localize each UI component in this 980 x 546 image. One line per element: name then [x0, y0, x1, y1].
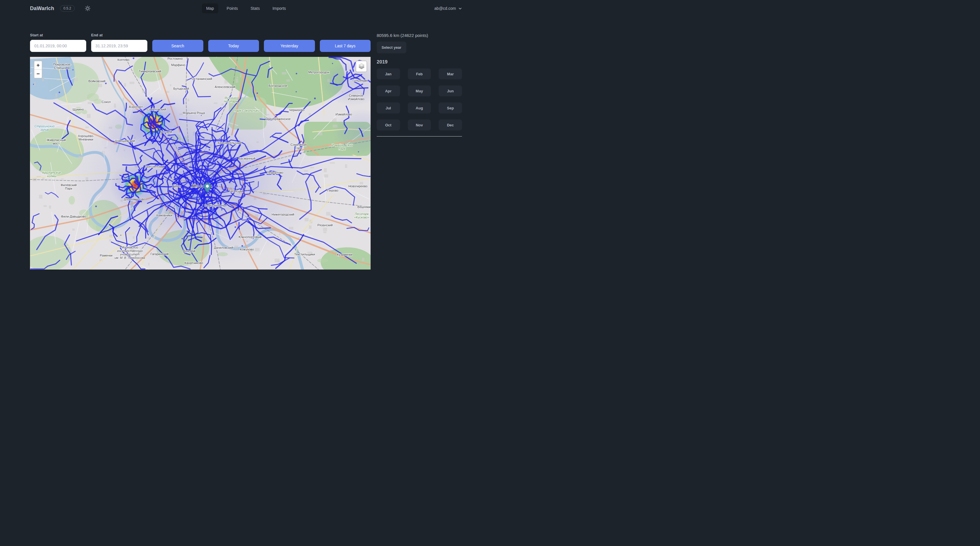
map-label: Щукино — [72, 108, 84, 111]
month-button-jun[interactable]: Jun — [439, 85, 462, 96]
month-button-nov[interactable]: Nov — [408, 120, 431, 131]
map-label: Измайлово — [336, 113, 352, 116]
map-label: Лесопарк«Кусково» — [354, 212, 369, 219]
map-label: Вешняки — [357, 205, 370, 209]
map-label: Останкинский — [192, 77, 212, 80]
sun-icon — [84, 5, 91, 11]
zoom-in-button[interactable]: + — [34, 61, 42, 70]
start-at-input[interactable] — [30, 40, 86, 52]
map-svg: КоптевоПокровское-СтрешневоТимирязевский… — [30, 57, 371, 270]
map-label: Богородское — [269, 84, 287, 88]
map-label: Преображенское — [265, 117, 290, 121]
map-label: Аэропорт — [129, 105, 143, 109]
tab-map[interactable]: Map — [202, 3, 218, 13]
yesterday-button[interactable]: Yesterday — [264, 40, 315, 52]
map-marker[interactable] — [204, 183, 211, 193]
map-label: Марфино — [171, 63, 185, 67]
month-button-apr[interactable]: Apr — [377, 85, 400, 96]
month-button-jan[interactable]: Jan — [377, 69, 400, 79]
map-label: Хамовники — [156, 214, 172, 217]
map-label: Рязанский — [318, 224, 333, 227]
map-label: Новогиреево — [348, 184, 368, 188]
version-badge: 0.5.2 — [60, 5, 75, 11]
map-label: Алексеевский — [215, 85, 235, 89]
map-zoom-control: + − — [34, 61, 42, 78]
map-layers-button[interactable] — [356, 61, 367, 72]
tab-points[interactable]: Points — [222, 3, 242, 13]
map-label: Беговой — [160, 130, 172, 134]
map-label: Бутырский — [173, 87, 189, 90]
map-label: Даниловский — [214, 246, 233, 249]
months-grid: Jan Feb Mar Apr May Jun Jul Aug Sep Oct … — [377, 69, 462, 131]
map-label: Метрогородок — [308, 70, 329, 74]
map-label: Войковский — [89, 79, 105, 83]
month-button-dec[interactable]: Dec — [439, 120, 462, 131]
year-heading: 2019 — [377, 59, 462, 65]
chevron-down-icon — [458, 6, 462, 10]
layers-icon — [358, 62, 366, 70]
map-label: Гагаринский — [151, 252, 169, 256]
search-button[interactable]: Search — [152, 40, 203, 52]
month-button-oct[interactable]: Oct — [377, 120, 400, 131]
month-button-sep[interactable]: Sep — [439, 102, 462, 113]
map-label: Яузскийлесопарк — [223, 96, 237, 103]
map-label: Черкизово — [289, 108, 304, 112]
map-label: Перово — [327, 189, 338, 192]
map-label: Текстильщики — [294, 252, 315, 256]
map-label: парк Сокольники — [234, 109, 259, 112]
month-button-feb[interactable]: Feb — [408, 69, 431, 79]
map-label: Покровское-Стрешнево — [53, 62, 71, 70]
tab-imports[interactable]: Imports — [268, 3, 290, 13]
filter-bar: Start at End at Search Today Yesterday L… — [30, 33, 371, 52]
map-label: Красносельский — [218, 141, 242, 145]
map[interactable]: КоптевоПокровское-СтрешневоТимирязевский… — [30, 57, 371, 270]
month-button-may[interactable]: May — [408, 85, 431, 96]
map-label: Южнопортовый — [239, 235, 262, 239]
map-label: Коптево — [118, 58, 129, 61]
main-nav: Map Points Stats Imports — [202, 3, 290, 13]
distance-stats: 80595.6 km (24622 points) — [377, 33, 462, 38]
map-label: Нижегородский — [272, 213, 294, 216]
map-label: Таганский — [229, 190, 243, 193]
map-label: Хорошевский — [115, 139, 135, 142]
map-label: Савёловский — [146, 108, 166, 111]
end-at-label: End at — [91, 33, 147, 37]
map-label: Ростокино — [167, 57, 183, 60]
select-year-button[interactable]: Select year — [377, 42, 406, 53]
map-label: Замоскворечье — [204, 204, 227, 207]
theme-toggle-button[interactable] — [84, 5, 91, 11]
tab-stats[interactable]: Stats — [246, 3, 264, 13]
map-label: Фили-Давыдково — [61, 215, 86, 218]
last-7-days-button[interactable]: Last 7 days — [320, 40, 371, 52]
account-email: ab@cd.com — [434, 6, 456, 11]
app-logo[interactable]: DaWarIch — [30, 5, 54, 11]
map-label: Марьина Роща — [183, 111, 205, 115]
map-label: Гольяново — [352, 79, 368, 82]
today-button[interactable]: Today — [208, 40, 259, 52]
map-label: Лефортово — [267, 171, 283, 174]
map-label: Сокол — [102, 100, 110, 104]
end-at-input[interactable] — [91, 40, 147, 52]
map-label: Хорошёво-Мнёвники — [78, 134, 94, 141]
month-button-jul[interactable]: Jul — [377, 102, 400, 113]
map-label: Донской — [183, 249, 195, 253]
map-label: Кузьминки — [337, 253, 352, 256]
map-label: Раменки — [100, 254, 113, 257]
account-menu[interactable]: ab@cd.com — [434, 6, 462, 11]
map-label: Дорогомилово — [124, 197, 145, 201]
map-label: Пресненский — [145, 165, 164, 168]
start-at-label: Start at — [30, 33, 86, 37]
map-label: Тимирязевский — [139, 70, 161, 73]
map-label: Басманный — [239, 157, 256, 160]
month-button-mar[interactable]: Mar — [439, 69, 462, 79]
map-label: Арбат — [172, 184, 181, 188]
map-label: СеверноеИзмайлово — [348, 94, 364, 101]
zoom-out-button[interactable]: − — [34, 70, 42, 78]
sidebar: 80595.6 km (24622 points) Select year 20… — [377, 33, 462, 270]
map-label: Кожухово — [240, 247, 254, 251]
app-header: DaWarIch 0.5.2 Map Points Stats Imports … — [0, 0, 490, 17]
map-label: Канатчиково — [185, 261, 203, 265]
month-button-aug[interactable]: Aug — [408, 102, 431, 113]
